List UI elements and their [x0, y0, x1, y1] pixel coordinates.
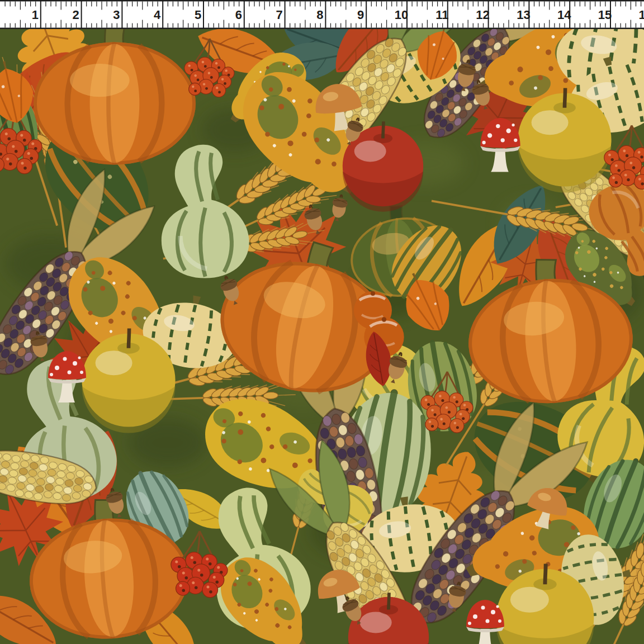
ruler-number-6: 6 [235, 8, 242, 22]
ruler-number-5: 5 [195, 8, 201, 22]
ruler-number-12: 12 [476, 8, 489, 22]
ruler-number-7: 7 [276, 8, 282, 22]
ruler-number-4: 4 [154, 8, 161, 22]
ruler-number-10: 10 [395, 8, 408, 22]
inch-ruler: 12345678910111213141516 [0, 0, 644, 29]
ruler-number-8: 8 [316, 8, 323, 22]
harvest-fabric-print [0, 29, 644, 644]
ruler-number-13: 13 [517, 8, 530, 22]
fabric-swatch-photo: Autumn harvest watercolor fabric swatch … [0, 0, 644, 644]
ruler-number-11: 11 [435, 8, 448, 22]
ruler-number-3: 3 [113, 8, 120, 22]
ruler-number-15: 15 [598, 8, 612, 22]
ruler-number-16: 16 [639, 8, 644, 22]
ruler-number-2: 2 [72, 8, 79, 22]
ruler-number-14: 14 [557, 8, 571, 22]
ruler-number-1: 1 [32, 8, 39, 22]
ruler-number-9: 9 [357, 8, 364, 22]
